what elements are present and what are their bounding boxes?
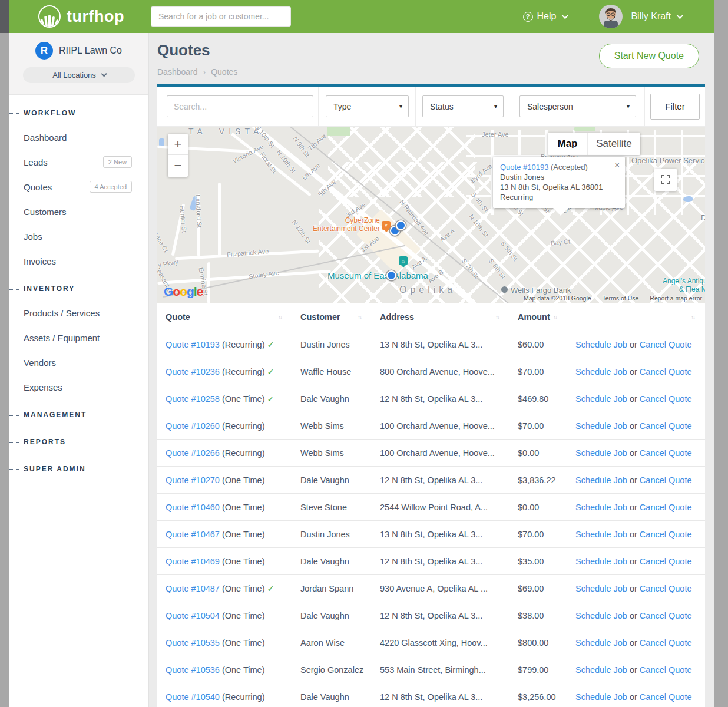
quote-link[interactable]: Quote #10193 [166,340,220,349]
sidebar-item-assets-equipment[interactable]: Assets / Equipment [9,325,148,350]
map-view-button[interactable]: Map [548,133,588,155]
schedule-job-link[interactable]: Schedule Job [575,367,627,376]
schedule-job-link[interactable]: Schedule Job [575,530,627,539]
cancel-quote-link[interactable]: Cancel Quote [640,665,692,675]
column-header-customer[interactable]: Customer↑↓ [292,303,372,331]
start-new-quote-button[interactable]: Start New Quote [599,44,699,68]
google-logo[interactable]: Google [164,285,203,299]
quotes-search-input[interactable] [167,95,313,117]
sort-icon[interactable]: ↑↓ [691,314,694,321]
schedule-job-link[interactable]: Schedule Job [575,448,627,458]
quote-marker[interactable] [386,270,396,280]
help-menu[interactable]: ? Help [523,11,567,22]
schedule-job-link[interactable]: Schedule Job [575,475,627,485]
quote-link[interactable]: Quote #10504 [166,611,220,620]
quote-link[interactable]: Quote #10460 [166,503,220,512]
user-chevron-down-icon[interactable] [677,12,683,19]
left-scrollbar[interactable] [0,0,9,707]
sidebar-item-vendors[interactable]: Vendors [9,350,148,375]
fullscreen-button[interactable] [654,169,677,191]
left-scrollbar-thumb[interactable] [0,0,9,33]
terms-of-use-link[interactable]: Terms of Use [603,295,639,302]
schedule-job-link[interactable]: Schedule Job [575,340,627,349]
schedule-job-link[interactable]: Schedule Job [575,584,627,593]
zoom-out-button[interactable]: − [168,155,188,176]
cancel-quote-link[interactable]: Cancel Quote [640,557,692,566]
section-super-admin[interactable]: SUPER ADMIN [9,457,148,481]
schedule-job-link[interactable]: Schedule Job [575,665,627,675]
cancel-quote-link[interactable]: Cancel Quote [640,530,692,539]
sort-icon[interactable]: ↑↓ [495,314,499,321]
quote-link[interactable]: Quote #10536 [166,665,220,675]
cancel-quote-link[interactable]: Cancel Quote [640,421,692,431]
user-avatar[interactable] [599,5,623,28]
app-logo[interactable]: turfhop [38,5,124,28]
cancel-quote-link[interactable]: Cancel Quote [640,448,692,458]
sidebar-item-jobs[interactable]: Jobs [9,224,148,249]
address-cell: 553 Main Street, Birmingh... [372,665,509,675]
quote-link[interactable]: Quote #10270 [166,475,220,485]
sort-icon[interactable]: ↑↓ [358,314,361,321]
cancel-quote-link[interactable]: Cancel Quote [640,692,692,702]
sort-icon[interactable]: ↑↓ [553,314,557,321]
schedule-job-link[interactable]: Schedule Job [575,503,627,512]
column-header-amount[interactable]: Amount↑↓ [509,303,567,331]
quote-link[interactable]: Quote #10487 [166,584,220,593]
sidebar-item-invoices[interactable]: Invoices [9,249,148,273]
status-select[interactable]: Status▾ [422,95,504,117]
cancel-quote-link[interactable]: Cancel Quote [640,475,692,485]
popup-close-icon[interactable]: × [614,161,620,169]
google-map[interactable]: TA VISTA N 10th St N 10th St N 10th St V… [157,127,705,303]
quote-link[interactable]: Quote #10540 [166,692,220,702]
sidebar-item-quotes[interactable]: Quotes4 Accepted [9,174,148,199]
cancel-quote-link[interactable]: Cancel Quote [640,611,692,620]
cancel-quote-link[interactable]: Cancel Quote [640,367,692,376]
right-scrollbar[interactable] [714,0,728,707]
sidebar-item-leads[interactable]: Leads2 New [9,150,148,174]
sidebar-item-customers[interactable]: Customers [9,199,148,224]
quote-link[interactable]: Quote #10266 [166,448,220,458]
type-select[interactable]: Type▾ [326,95,409,117]
section-reports[interactable]: REPORTS [9,430,148,454]
sidebar-item-expenses[interactable]: Expenses [9,375,148,399]
column-header-actions[interactable]: ↑↓ [567,303,705,331]
user-name[interactable]: Billy Kraft [631,11,671,22]
schedule-job-link[interactable]: Schedule Job [575,692,627,702]
cancel-quote-link[interactable]: Cancel Quote [640,638,692,647]
breadcrumb-quotes[interactable]: Quotes [211,67,237,77]
museum-poi-pin[interactable]: ⌂ [399,256,408,265]
schedule-job-link[interactable]: Schedule Job [575,557,627,566]
section-dashes [9,289,19,290]
quote-link[interactable]: Quote #10535 [166,638,220,647]
schedule-job-link[interactable]: Schedule Job [575,394,627,404]
quote-marker-10193[interactable] [396,220,406,230]
sidebar-item-products-services[interactable]: Products / Services [9,300,148,325]
quote-link[interactable]: Quote #10469 [166,557,220,566]
cancel-quote-link[interactable]: Cancel Quote [640,584,692,593]
global-search-input[interactable] [151,6,291,27]
cancel-quote-link[interactable]: Cancel Quote [640,340,692,349]
breadcrumb-dashboard[interactable]: Dashboard [157,67,198,77]
report-map-error-link[interactable]: Report a map error [650,295,702,302]
column-header-quote[interactable]: Quote↑↓ [157,303,292,331]
quote-link[interactable]: Quote #10258 [166,394,220,404]
location-selector[interactable]: All Locations [23,67,135,83]
sort-icon[interactable]: ↑↓ [278,314,282,321]
quote-link[interactable]: Quote #10260 [166,421,220,431]
popup-quote-link[interactable]: Quote #10193 [500,163,548,171]
restaurant-poi-pin[interactable]: Y [382,221,391,230]
cancel-quote-link[interactable]: Cancel Quote [640,503,692,512]
cancel-quote-link[interactable]: Cancel Quote [640,394,692,404]
filter-button[interactable]: Filter [650,94,700,120]
schedule-job-link[interactable]: Schedule Job [575,638,627,647]
schedule-job-link[interactable]: Schedule Job [575,611,627,620]
satellite-view-button[interactable]: Satellite [588,133,640,155]
sidebar-item-dashboard[interactable]: Dashboard [9,125,148,150]
schedule-job-link[interactable]: Schedule Job [575,421,627,431]
column-header-address[interactable]: Address↑↓ [372,303,509,331]
quote-link[interactable]: Quote #10236 [166,367,220,376]
zoom-in-button[interactable]: + [168,134,188,155]
section-management[interactable]: MANAGEMENT [9,403,148,427]
salesperson-select[interactable]: Salesperson▾ [519,95,636,117]
quote-link[interactable]: Quote #10467 [166,530,220,539]
